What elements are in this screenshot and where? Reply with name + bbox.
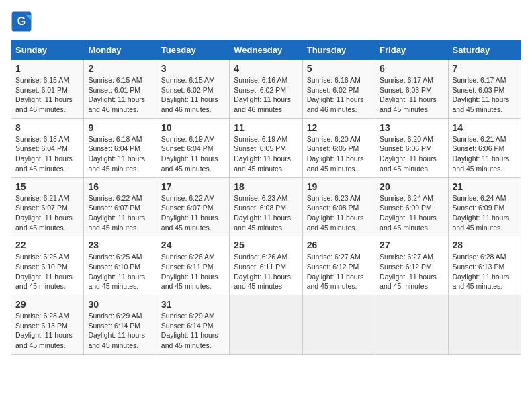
day-number: 22 — [15, 240, 79, 250]
day-number: 30 — [88, 299, 152, 310]
calendar-day-6: 6 Sunrise: 6:17 AMSunset: 6:03 PMDayligh… — [375, 60, 448, 119]
day-number: 10 — [161, 122, 225, 133]
logo: G — [11, 11, 35, 32]
calendar-week-4: 22 Sunrise: 6:25 AMSunset: 6:10 PMDaylig… — [11, 236, 521, 295]
day-number: 12 — [307, 122, 371, 133]
calendar-day-22: 22 Sunrise: 6:25 AMSunset: 6:10 PMDaylig… — [11, 236, 84, 295]
calendar-day-20: 20 Sunrise: 6:24 AMSunset: 6:09 PMDaylig… — [375, 177, 448, 236]
col-header-sunday: Sunday — [11, 41, 84, 60]
col-header-monday: Monday — [84, 41, 157, 60]
day-number: 16 — [88, 181, 152, 192]
calendar-table: SundayMondayTuesdayWednesdayThursdayFrid… — [11, 40, 521, 355]
day-info: Sunrise: 6:21 AMSunset: 6:06 PMDaylight:… — [453, 135, 510, 173]
day-number: 26 — [307, 240, 371, 250]
calendar-day-27: 27 Sunrise: 6:27 AMSunset: 6:12 PMDaylig… — [375, 236, 448, 295]
day-info: Sunrise: 6:20 AMSunset: 6:05 PMDaylight:… — [307, 135, 364, 173]
calendar-day-15: 15 Sunrise: 6:21 AMSunset: 6:07 PMDaylig… — [11, 177, 84, 236]
day-number: 29 — [15, 299, 79, 310]
day-info: Sunrise: 6:29 AMSunset: 6:14 PMDaylight:… — [88, 312, 145, 349]
day-number: 9 — [88, 122, 152, 133]
day-number: 17 — [161, 181, 225, 192]
day-number: 13 — [380, 122, 443, 133]
col-header-saturday: Saturday — [448, 41, 521, 60]
calendar-day-30: 30 Sunrise: 6:29 AMSunset: 6:14 PMDaylig… — [84, 295, 157, 355]
day-info: Sunrise: 6:26 AMSunset: 6:11 PMDaylight:… — [234, 253, 291, 290]
day-number: 2 — [88, 63, 152, 74]
calendar-day-19: 19 Sunrise: 6:23 AMSunset: 6:08 PMDaylig… — [302, 177, 375, 236]
svg-text:G: G — [17, 15, 26, 27]
day-info: Sunrise: 6:20 AMSunset: 6:06 PMDaylight:… — [380, 135, 437, 173]
day-number: 15 — [15, 181, 79, 192]
day-info: Sunrise: 6:17 AMSunset: 6:03 PMDaylight:… — [380, 76, 437, 113]
empty-cell — [230, 295, 302, 355]
day-number: 25 — [234, 240, 298, 250]
calendar-day-12: 12 Sunrise: 6:20 AMSunset: 6:05 PMDaylig… — [302, 118, 375, 177]
calendar-day-2: 2 Sunrise: 6:15 AMSunset: 6:01 PMDayligh… — [84, 60, 157, 119]
day-number: 1 — [15, 63, 79, 74]
col-header-wednesday: Wednesday — [230, 41, 302, 60]
day-info: Sunrise: 6:23 AMSunset: 6:08 PMDaylight:… — [234, 194, 291, 232]
calendar-day-5: 5 Sunrise: 6:16 AMSunset: 6:02 PMDayligh… — [302, 60, 375, 119]
day-info: Sunrise: 6:25 AMSunset: 6:10 PMDaylight:… — [15, 253, 73, 290]
day-info: Sunrise: 6:15 AMSunset: 6:02 PMDaylight:… — [161, 76, 218, 113]
day-info: Sunrise: 6:22 AMSunset: 6:07 PMDaylight:… — [161, 194, 218, 232]
day-number: 24 — [161, 240, 225, 250]
calendar-day-13: 13 Sunrise: 6:20 AMSunset: 6:06 PMDaylig… — [375, 118, 448, 177]
day-info: Sunrise: 6:18 AMSunset: 6:04 PMDaylight:… — [15, 135, 73, 173]
calendar-day-8: 8 Sunrise: 6:18 AMSunset: 6:04 PMDayligh… — [11, 118, 84, 177]
day-number: 20 — [380, 181, 443, 192]
day-info: Sunrise: 6:16 AMSunset: 6:02 PMDaylight:… — [307, 76, 364, 113]
day-info: Sunrise: 6:15 AMSunset: 6:01 PMDaylight:… — [88, 76, 145, 113]
calendar-day-29: 29 Sunrise: 6:28 AMSunset: 6:13 PMDaylig… — [11, 295, 84, 355]
day-info: Sunrise: 6:19 AMSunset: 6:05 PMDaylight:… — [234, 135, 291, 173]
calendar-day-14: 14 Sunrise: 6:21 AMSunset: 6:06 PMDaylig… — [448, 118, 521, 177]
calendar-day-28: 28 Sunrise: 6:28 AMSunset: 6:13 PMDaylig… — [448, 236, 521, 295]
day-number: 4 — [234, 63, 298, 74]
calendar-day-4: 4 Sunrise: 6:16 AMSunset: 6:02 PMDayligh… — [230, 60, 302, 119]
calendar-day-7: 7 Sunrise: 6:17 AMSunset: 6:03 PMDayligh… — [448, 60, 521, 119]
calendar-day-25: 25 Sunrise: 6:26 AMSunset: 6:11 PMDaylig… — [230, 236, 302, 295]
calendar-week-1: 1 Sunrise: 6:15 AMSunset: 6:01 PMDayligh… — [11, 60, 521, 119]
day-info: Sunrise: 6:16 AMSunset: 6:02 PMDaylight:… — [234, 76, 291, 113]
day-number: 8 — [15, 122, 79, 133]
day-number: 14 — [453, 122, 517, 133]
day-info: Sunrise: 6:26 AMSunset: 6:11 PMDaylight:… — [161, 253, 218, 290]
day-info: Sunrise: 6:27 AMSunset: 6:12 PMDaylight:… — [380, 253, 437, 290]
day-number: 28 — [453, 240, 517, 250]
calendar-day-31: 31 Sunrise: 6:29 AMSunset: 6:14 PMDaylig… — [157, 295, 229, 355]
day-info: Sunrise: 6:17 AMSunset: 6:03 PMDaylight:… — [453, 76, 510, 113]
day-number: 21 — [453, 181, 517, 192]
empty-cell — [375, 295, 448, 355]
calendar-day-16: 16 Sunrise: 6:22 AMSunset: 6:07 PMDaylig… — [84, 177, 157, 236]
day-info: Sunrise: 6:24 AMSunset: 6:09 PMDaylight:… — [453, 194, 510, 232]
calendar-week-2: 8 Sunrise: 6:18 AMSunset: 6:04 PMDayligh… — [11, 118, 521, 177]
empty-cell — [448, 295, 521, 355]
col-header-friday: Friday — [375, 41, 448, 60]
day-info: Sunrise: 6:19 AMSunset: 6:04 PMDaylight:… — [161, 135, 218, 173]
day-number: 18 — [234, 181, 298, 192]
day-info: Sunrise: 6:21 AMSunset: 6:07 PMDaylight:… — [15, 194, 73, 232]
calendar-day-3: 3 Sunrise: 6:15 AMSunset: 6:02 PMDayligh… — [157, 60, 229, 119]
day-info: Sunrise: 6:27 AMSunset: 6:12 PMDaylight:… — [307, 253, 364, 290]
calendar-day-23: 23 Sunrise: 6:25 AMSunset: 6:10 PMDaylig… — [84, 236, 157, 295]
day-number: 31 — [161, 299, 225, 310]
day-info: Sunrise: 6:23 AMSunset: 6:08 PMDaylight:… — [307, 194, 364, 232]
col-header-tuesday: Tuesday — [157, 41, 229, 60]
calendar-day-21: 21 Sunrise: 6:24 AMSunset: 6:09 PMDaylig… — [448, 177, 521, 236]
day-number: 27 — [380, 240, 443, 250]
day-info: Sunrise: 6:24 AMSunset: 6:09 PMDaylight:… — [380, 194, 437, 232]
col-header-thursday: Thursday — [302, 41, 375, 60]
calendar-week-5: 29 Sunrise: 6:28 AMSunset: 6:13 PMDaylig… — [11, 295, 521, 355]
day-number: 3 — [161, 63, 225, 74]
day-info: Sunrise: 6:28 AMSunset: 6:13 PMDaylight:… — [15, 312, 73, 349]
calendar-day-26: 26 Sunrise: 6:27 AMSunset: 6:12 PMDaylig… — [302, 236, 375, 295]
calendar-day-10: 10 Sunrise: 6:19 AMSunset: 6:04 PMDaylig… — [157, 118, 229, 177]
page-header: G — [11, 11, 521, 32]
day-number: 23 — [88, 240, 152, 250]
calendar-day-1: 1 Sunrise: 6:15 AMSunset: 6:01 PMDayligh… — [11, 60, 84, 119]
day-info: Sunrise: 6:28 AMSunset: 6:13 PMDaylight:… — [453, 253, 510, 290]
day-number: 6 — [380, 63, 443, 74]
logo-icon: G — [11, 11, 32, 32]
day-info: Sunrise: 6:18 AMSunset: 6:04 PMDaylight:… — [88, 135, 145, 173]
calendar-day-24: 24 Sunrise: 6:26 AMSunset: 6:11 PMDaylig… — [157, 236, 229, 295]
